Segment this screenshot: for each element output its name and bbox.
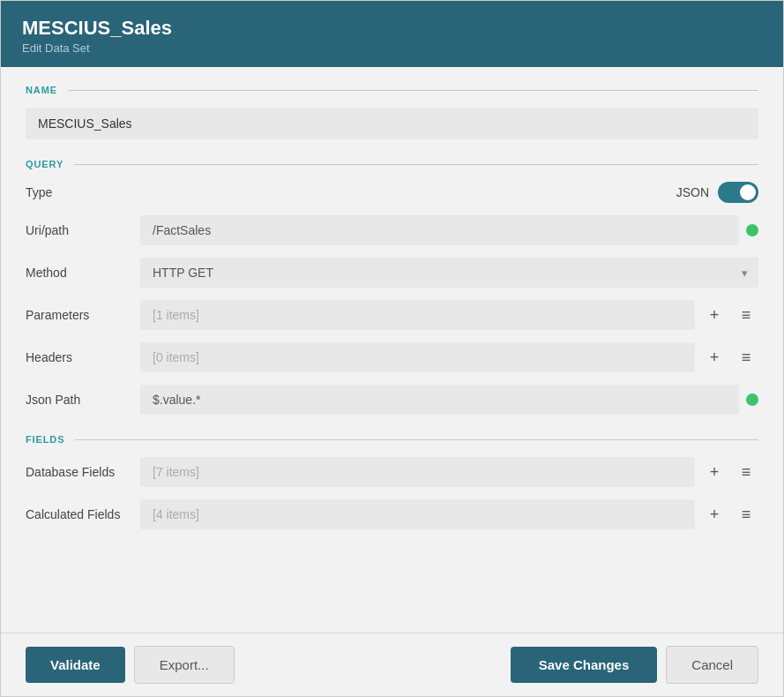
database-fields-add-button[interactable]: + <box>702 460 727 484</box>
json-path-row: Json Path <box>26 385 758 415</box>
name-input[interactable] <box>26 108 758 139</box>
type-json-label: JSON <box>676 185 709 199</box>
fields-section-label: FIELDS <box>26 434 758 445</box>
method-row: Method HTTP GET HTTP POST HTTP PUT HTTP … <box>26 258 758 288</box>
name-section-label: NAME <box>26 85 758 95</box>
json-path-input[interactable] <box>140 385 739 415</box>
headers-field-label: Headers <box>26 350 131 364</box>
save-changes-button[interactable]: Save Changes <box>511 647 658 683</box>
validate-button[interactable]: Validate <box>26 647 125 683</box>
method-field-label: Method <box>26 266 131 280</box>
parameters-input[interactable] <box>140 300 695 330</box>
cancel-button[interactable]: Cancel <box>666 646 758 684</box>
parameters-add-button[interactable]: + <box>702 303 727 327</box>
dialog-content: NAME QUERY Type JSON Uri/path <box>1 67 783 633</box>
database-fields-menu-button[interactable]: ≡ <box>734 460 758 484</box>
headers-input[interactable] <box>140 342 695 372</box>
calculated-fields-menu-button[interactable]: ≡ <box>734 502 758 527</box>
parameters-field-control: + ≡ <box>140 300 758 330</box>
uri-input[interactable] <box>140 215 739 245</box>
uri-row: Uri/path <box>26 215 758 245</box>
calculated-fields-input[interactable] <box>140 499 695 529</box>
uri-status-dot <box>746 224 758 236</box>
edit-dataset-dialog: MESCIUS_Sales Edit Data Set NAME QUERY T… <box>0 0 784 697</box>
name-section: NAME <box>26 85 758 139</box>
uri-field-control <box>140 215 758 245</box>
query-section: QUERY Type JSON Uri/path Method <box>26 159 758 415</box>
type-row: Type JSON <box>26 182 758 203</box>
parameters-row: Parameters + ≡ <box>26 300 758 330</box>
json-toggle[interactable] <box>718 182 758 203</box>
json-path-status-dot <box>746 393 758 406</box>
calculated-fields-control: + ≡ <box>140 499 758 529</box>
json-path-field-label: Json Path <box>26 393 131 407</box>
calculated-fields-label: Calculated Fields <box>26 507 131 521</box>
headers-menu-button[interactable]: ≡ <box>734 345 758 370</box>
dialog-footer: Validate Export... Save Changes Cancel <box>1 633 783 696</box>
calculated-fields-row: Calculated Fields + ≡ <box>26 499 758 529</box>
calculated-fields-add-button[interactable]: + <box>702 502 727 527</box>
type-field-label: Type <box>26 185 131 199</box>
headers-add-button[interactable]: + <box>702 345 727 370</box>
database-fields-row: Database Fields + ≡ <box>26 457 758 487</box>
method-select-wrapper: HTTP GET HTTP POST HTTP PUT HTTP DELETE … <box>140 258 758 288</box>
method-field-control: HTTP GET HTTP POST HTTP PUT HTTP DELETE … <box>140 258 758 288</box>
type-field-control: JSON <box>131 182 758 203</box>
database-fields-label: Database Fields <box>26 465 131 479</box>
headers-row: Headers + ≡ <box>26 342 758 372</box>
uri-field-label: Uri/path <box>26 223 131 237</box>
database-fields-input[interactable] <box>140 457 695 487</box>
dialog-header: MESCIUS_Sales Edit Data Set <box>1 1 783 67</box>
dialog-title: MESCIUS_Sales <box>22 17 762 40</box>
json-path-field-control <box>140 385 758 415</box>
headers-field-control: + ≡ <box>140 342 758 372</box>
parameters-menu-button[interactable]: ≡ <box>734 303 758 327</box>
fields-section: FIELDS Database Fields + ≡ Calculated Fi… <box>26 434 758 529</box>
method-select[interactable]: HTTP GET HTTP POST HTTP PUT HTTP DELETE <box>140 258 758 288</box>
database-fields-control: + ≡ <box>140 457 758 487</box>
export-button[interactable]: Export... <box>134 646 235 684</box>
query-section-label: QUERY <box>26 159 758 169</box>
dialog-subtitle: Edit Data Set <box>22 41 762 55</box>
parameters-field-label: Parameters <box>26 308 131 322</box>
